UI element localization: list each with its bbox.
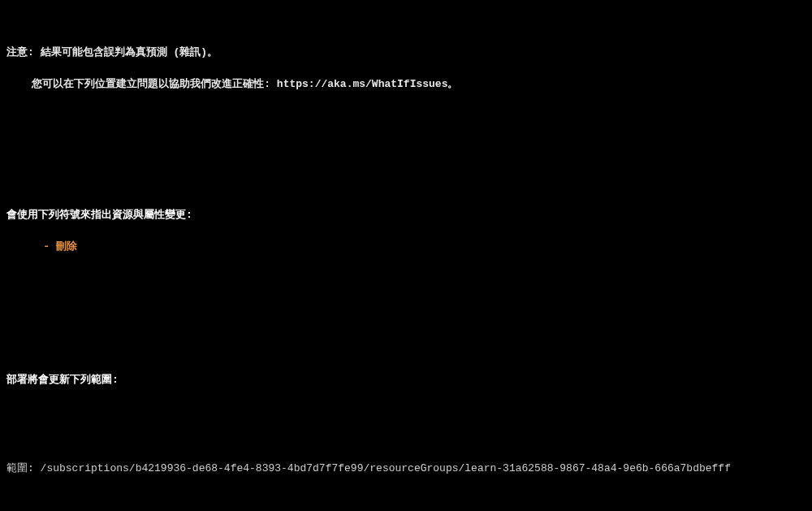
- legend-heading: 會使用下列符號來指出資源與屬性變更: - 刪除: [6, 210, 806, 270]
- legend-delete: - 刪除: [32, 240, 77, 254]
- scope-heading: 部署將會更新下列範圍:: [6, 373, 806, 388]
- scope-path: 範圍: /subscriptions/b4219936-de68-4fe4-83…: [6, 461, 806, 476]
- warning-title: 注意: 結果可能包含誤判為真預測 (雜訊)。 您可以在下列位置建立問題以協助我們…: [6, 48, 806, 107]
- terminal-output: 注意: 結果可能包含誤判為真預測 (雜訊)。 您可以在下列位置建立問題以協助我們…: [0, 0, 812, 511]
- issue-url: https://aka.ms/WhatIfIssues: [277, 78, 448, 90]
